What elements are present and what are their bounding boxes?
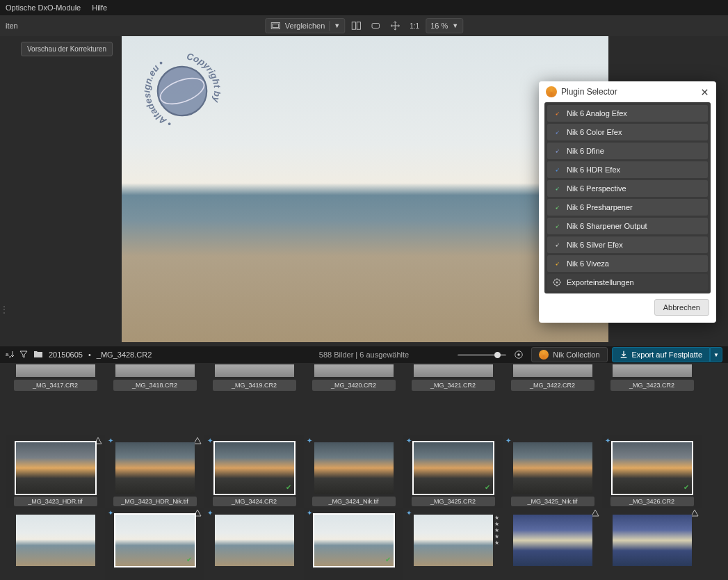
- processed-icon: ✦: [605, 437, 610, 444]
- plugin-item[interactable]: Nik 6 Analog Efex: [547, 105, 708, 122]
- nik-collection-button[interactable]: Nik Collection: [531, 347, 607, 362]
- thumbnail-cell[interactable]: _MG_3423.CR2: [602, 363, 702, 394]
- thumbnail-cell[interactable]: _MG_3417.CR2: [6, 363, 105, 394]
- plugin-item[interactable]: Nik 6 HDR Efex: [547, 161, 708, 178]
- plugin-item[interactable]: Nik 6 Color Efex: [547, 124, 708, 140]
- thumbnail-cell[interactable]: _MG_3418.CR2: [105, 363, 204, 394]
- processed-icon: ✦: [307, 437, 312, 444]
- thumbnail-cell[interactable]: [6, 508, 105, 580]
- processed-icon: ✦: [207, 437, 213, 444]
- breadcrumb-file: _MG_3428.CR2: [97, 351, 152, 359]
- thumbnail-label: _MG_3422.CR2: [511, 380, 594, 391]
- module-icon: [94, 437, 102, 445]
- check-icon: ✔: [286, 483, 291, 491]
- menu-modules[interactable]: Optische DxO-Module: [6, 3, 81, 12]
- image-preview[interactable]: Copyright by • Altadesign.eu •: [122, 36, 608, 342]
- thumbnail-image: [613, 515, 692, 566]
- thumbnail-label: _MG_3423_HDR_Nik.tif: [113, 497, 197, 506]
- thumbnail-image: ✔: [314, 515, 394, 566]
- thumbnail-cell[interactable]: ★★★★★: [503, 508, 602, 580]
- menu-help[interactable]: Hilfe: [92, 3, 107, 12]
- plugin-item[interactable]: Nik 6 Dfine: [547, 143, 708, 159]
- thumbnail-image: [414, 364, 493, 377]
- thumbnail-image: [513, 364, 592, 377]
- target-icon[interactable]: [510, 347, 527, 362]
- one-to-one-button[interactable]: 1:1: [406, 18, 423, 33]
- zoom-dropdown[interactable]: 16 % ▼: [426, 18, 463, 33]
- processed-icon: ✦: [108, 437, 113, 444]
- filter-icon[interactable]: [19, 350, 28, 360]
- plugin-item[interactable]: Nik 6 Sharpener Output: [547, 218, 708, 234]
- thumbnail-image: ✔: [115, 515, 195, 566]
- thumbnail-cell[interactable]: _MG_3419.CR2: [204, 363, 304, 394]
- zoom-value: 16 %: [430, 22, 448, 30]
- plugin-label: Nik 6 Sharpener Output: [567, 222, 647, 230]
- thumbnail-cell[interactable]: _MG_3422.CR2: [503, 363, 602, 394]
- export-settings-item[interactable]: Exporteinstellungen: [547, 274, 708, 291]
- breadcrumb-folder[interactable]: 20150605: [49, 351, 83, 359]
- plugin-label: Nik 6 Color Efex: [567, 128, 622, 136]
- svg-rect-2: [352, 22, 355, 30]
- panel-toggle-label[interactable]: iten: [6, 22, 18, 30]
- thumbnail-label: _MG_3424.CR2: [213, 497, 296, 506]
- gear-icon: [553, 278, 561, 287]
- plugin-label: Nik 6 Viveza: [567, 259, 609, 268]
- thumbnail-image: [513, 442, 592, 494]
- pin-icon: [553, 222, 561, 230]
- thumbnail-cell[interactable]: ✦_MG_3423_HDR_Nik.tif: [105, 435, 204, 508]
- thumbnail-image: ✔: [613, 442, 692, 494]
- rating-stars: ★★★★★: [494, 515, 499, 546]
- plugin-item[interactable]: Nik 6 Presharpener: [547, 199, 708, 216]
- folder-icon[interactable]: [33, 350, 43, 360]
- thumbnail-cell[interactable]: [602, 508, 702, 580]
- export-settings-label: Exporteinstellungen: [567, 278, 634, 287]
- plugin-item[interactable]: Nik 6 Viveza: [547, 255, 708, 272]
- thumbnail-cell[interactable]: _MG_3423_HDR.tif: [6, 435, 105, 508]
- plugin-item[interactable]: Nik 6 Perspective: [547, 180, 708, 197]
- plugin-label: Nik 6 HDR Efex: [567, 166, 620, 174]
- export-dropdown[interactable]: ▼: [710, 347, 722, 362]
- thumbnail-cell[interactable]: ✦✔_MG_3425.CR2: [403, 435, 503, 508]
- thumbnail-image: [115, 364, 195, 377]
- thumbnail-cell[interactable]: ✦✔_MG_3424.CR2: [204, 435, 304, 508]
- preview-corrections-button[interactable]: Vorschau der Korrekturen: [21, 42, 113, 56]
- export-button[interactable]: Export auf Festplatte: [612, 347, 711, 362]
- image-count-label: 588 Bilder | 6 ausgewählte: [319, 351, 409, 359]
- thumbnail-cell[interactable]: ✦✔: [304, 508, 403, 580]
- thumbnail-image: [16, 364, 95, 377]
- thumbnail-cell[interactable]: _MG_3420.CR2: [304, 363, 403, 394]
- sort-icon[interactable]: az: [6, 350, 14, 360]
- thumbnail-cell[interactable]: ✦✔_MG_3426.CR2: [602, 435, 702, 508]
- cancel-button[interactable]: Abbrechen: [654, 299, 709, 316]
- compare-icon: [270, 20, 281, 31]
- panel-grip[interactable]: ⋮: [0, 299, 8, 320]
- thumbnail-cell[interactable]: ✦: [204, 508, 304, 580]
- nik-label: Nik Collection: [553, 351, 599, 359]
- thumbnail-cell[interactable]: ✦: [403, 508, 503, 580]
- pin-icon: [553, 259, 561, 268]
- thumbnail-image: [314, 364, 394, 377]
- thumbnail-image: [16, 515, 95, 566]
- compare-dropdown[interactable]: Vergleichen ▼: [265, 18, 345, 33]
- thumbnail-row: ✦✔✦✦✔✦★★★★★: [6, 508, 722, 580]
- svg-point-14: [556, 282, 558, 284]
- breadcrumb-sep: •: [88, 351, 91, 359]
- crop-view-button[interactable]: [367, 18, 384, 33]
- thumbnail-cell[interactable]: ✦_MG_3425_Nik.tif: [503, 435, 602, 508]
- pin-icon: [553, 147, 561, 155]
- thumbnail-label: _MG_3423.CR2: [610, 380, 694, 391]
- pin-icon: [553, 166, 561, 174]
- module-icon: [690, 509, 699, 517]
- close-button[interactable]: [698, 86, 711, 98]
- thumbnail-size-slider[interactable]: [458, 354, 506, 356]
- check-icon: ✔: [683, 483, 689, 491]
- thumbnail-cell[interactable]: ✦_MG_3424_Nik.tif: [304, 435, 403, 508]
- split-view-button[interactable]: [348, 18, 364, 33]
- thumbnail-label: _MG_3426.CR2: [610, 497, 694, 506]
- thumbnail-cell[interactable]: _MG_3421.CR2: [403, 363, 503, 394]
- move-tool-button[interactable]: [387, 18, 403, 33]
- thumbnail-cell[interactable]: ✦✔: [105, 508, 204, 580]
- processed-icon: ✦: [207, 509, 213, 517]
- plugin-item[interactable]: Nik 6 Silver Efex: [547, 236, 708, 253]
- module-icon: [193, 509, 202, 517]
